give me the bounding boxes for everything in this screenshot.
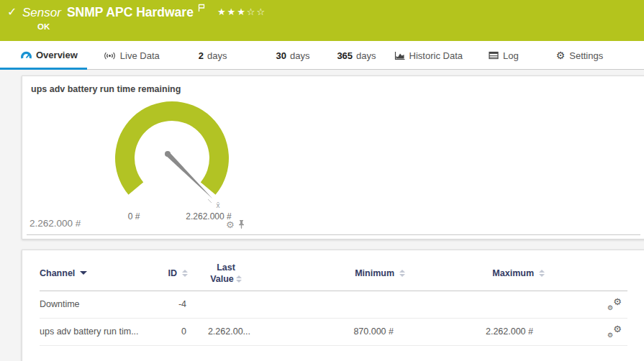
log-list-icon bbox=[489, 51, 499, 60]
tab-historic-data-label: Historic Data bbox=[409, 50, 463, 61]
sort-toggle-icon bbox=[182, 270, 188, 277]
channel-maximum-cell bbox=[405, 291, 545, 318]
priority-stars[interactable]: ★★★☆☆ bbox=[217, 6, 266, 17]
column-header-id-label: ID bbox=[168, 268, 178, 278]
tab-bar: Overview Live Data 2 days 30 days 365 da… bbox=[0, 41, 644, 70]
sort-desc-icon bbox=[80, 271, 87, 275]
gauge-settings-gear-icon[interactable]: ⚙ bbox=[226, 220, 235, 229]
tab-365-days-number: 365 bbox=[337, 50, 353, 61]
channel-settings-gears-icon[interactable]: ⚙⚙ bbox=[607, 298, 622, 309]
channel-id-cell: 0 bbox=[163, 318, 188, 345]
tab-settings[interactable]: ⚙ Settings bbox=[556, 41, 604, 70]
column-header-minimum-label: Minimum bbox=[355, 268, 394, 278]
channel-id-cell: -4 bbox=[163, 291, 188, 318]
gauge-current-value: 2.262.000 # bbox=[30, 218, 81, 229]
sensor-status-text: OK bbox=[37, 22, 50, 31]
column-header-channel[interactable]: Channel bbox=[40, 256, 163, 291]
column-header-id[interactable]: ID bbox=[163, 256, 188, 291]
channel-last-value-cell: 2.262.00... bbox=[188, 318, 264, 345]
tab-overview[interactable]: Overview bbox=[0, 41, 87, 70]
column-header-actions bbox=[545, 256, 627, 291]
tab-2-days[interactable]: 2 days bbox=[199, 41, 227, 70]
gauge-panel: ups adv battery run time remaining x̄ 0 … bbox=[22, 76, 644, 239]
column-header-channel-label: Channel bbox=[40, 268, 75, 278]
table-row-downtime: Downtime -4 ⚙⚙ bbox=[40, 291, 627, 318]
channel-table-panel: Channel ID Last Value Minimum Maximum bbox=[22, 250, 644, 361]
area-chart-icon bbox=[394, 51, 405, 60]
gauge-icon bbox=[21, 50, 32, 60]
gauge-min-label: 0 # bbox=[128, 211, 140, 221]
channel-minimum-cell bbox=[264, 291, 405, 318]
gauge-title: ups adv battery run time remaining bbox=[31, 84, 181, 94]
sensor-title-line: Sensor SNMP APC Hardware ★★★☆☆ bbox=[22, 5, 266, 20]
gauge-footer-divider bbox=[27, 234, 640, 235]
broadcast-icon bbox=[104, 51, 116, 60]
channel-last-value-cell bbox=[188, 291, 264, 318]
sort-toggle-icon bbox=[539, 270, 545, 277]
tab-live-data[interactable]: Live Data bbox=[104, 41, 160, 70]
column-header-last-value[interactable]: Last Value bbox=[188, 256, 264, 291]
channel-table: Channel ID Last Value Minimum Maximum bbox=[40, 256, 627, 346]
sort-toggle-icon bbox=[399, 270, 405, 277]
gauge-arc bbox=[115, 101, 229, 195]
sensor-type-label: Sensor bbox=[22, 6, 61, 20]
sort-toggle-icon bbox=[236, 275, 242, 283]
tab-log-label: Log bbox=[503, 50, 519, 61]
tab-365-days-label: days bbox=[356, 50, 376, 61]
gauge-average-marker: x̄ bbox=[217, 201, 220, 209]
settings-gear-icon: ⚙ bbox=[556, 50, 566, 61]
channel-maximum-cell: 2.262.000 # bbox=[405, 318, 545, 345]
battery-runtime-gauge: x̄ 0 # 2.262.000 # bbox=[96, 83, 248, 223]
tab-log[interactable]: Log bbox=[489, 41, 519, 70]
tab-30-days[interactable]: 30 days bbox=[276, 41, 309, 70]
channel-table-header-row: Channel ID Last Value Minimum Maximum bbox=[40, 256, 627, 291]
tab-30-days-label: days bbox=[290, 50, 309, 61]
column-header-minimum[interactable]: Minimum bbox=[264, 256, 405, 291]
sensor-status-header: ✓ Sensor SNMP APC Hardware ★★★☆☆ OK bbox=[0, 0, 644, 41]
channel-minimum-cell: 870.000 # bbox=[264, 318, 405, 345]
tab-live-data-label: Live Data bbox=[120, 50, 160, 61]
tab-2-days-label: days bbox=[207, 50, 227, 61]
tab-365-days[interactable]: 365 days bbox=[337, 41, 376, 70]
tab-overview-label: Overview bbox=[36, 50, 78, 60]
tab-2-days-number: 2 bbox=[199, 50, 204, 61]
channel-settings-gears-icon[interactable]: ⚙⚙ bbox=[607, 325, 622, 337]
column-header-maximum[interactable]: Maximum bbox=[405, 256, 545, 291]
gauge-widget-controls: ⚙ bbox=[226, 219, 245, 229]
tab-30-days-number: 30 bbox=[276, 50, 286, 61]
table-row-battery-runtime: ups adv battery run tim... 0 2.262.00...… bbox=[40, 318, 627, 345]
tab-settings-label: Settings bbox=[569, 50, 603, 61]
column-header-last-value-label: Last Value bbox=[210, 262, 235, 284]
gauge-pin-icon[interactable] bbox=[237, 219, 245, 229]
tab-historic-data[interactable]: Historic Data bbox=[394, 41, 463, 70]
ok-check-icon: ✓ bbox=[7, 5, 17, 19]
channel-name-cell: ups adv battery run tim... bbox=[40, 318, 163, 345]
gauge-needle-hub bbox=[165, 151, 171, 157]
column-header-maximum-label: Maximum bbox=[492, 268, 534, 278]
flag-icon[interactable] bbox=[197, 4, 206, 12]
channel-name-cell: Downtime bbox=[40, 291, 163, 318]
gauge-max-label: 2.262.000 # bbox=[186, 211, 232, 221]
sensor-title: SNMP APC Hardware bbox=[67, 5, 194, 20]
gauge-needle bbox=[165, 152, 213, 199]
